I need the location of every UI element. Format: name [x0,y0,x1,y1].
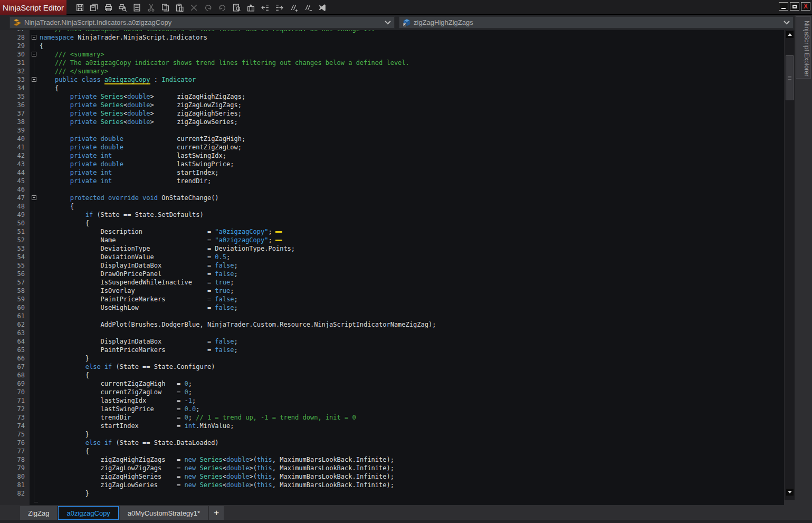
fold-toggle[interactable] [32,35,36,40]
code-text[interactable]: UseHighLow = false; [40,303,784,312]
code-line[interactable]: 59 PaintPriceMarkers = false; [0,295,784,303]
code-line[interactable]: 75 } [0,430,784,439]
tab-a0zigzagcopy[interactable]: a0zigzagCopy [58,506,118,520]
close-button[interactable]: X [801,2,810,11]
code-text[interactable]: private Series<double> zigZagHighSeries; [40,109,784,118]
code-line[interactable]: 80 zigZagHighSeries = new Series<double>… [0,472,784,481]
code-text[interactable]: Description = "a0zigzagCopy"; [40,227,784,236]
code-text[interactable] [40,185,784,194]
code-line[interactable]: 41 private double currentZigZagLow; [0,143,784,151]
fold-toggle[interactable] [32,52,36,56]
code-line[interactable]: 38 private Series<double> zigZagLowSerie… [0,118,784,126]
code-text[interactable]: /// The a0zigzagCopy indicator shows tre… [40,59,784,67]
ninjascript-explorer-tab[interactable]: NinjaScript Explorer [796,16,811,79]
code-line[interactable]: 67 else if (State == State.Configure) [0,363,784,371]
code-text[interactable] [40,126,784,135]
code-line[interactable]: 63 [0,329,784,337]
code-text[interactable]: DisplayInDataBox = false; [40,261,784,270]
code-text[interactable]: zigZagHighSeries = new Series<double>(th… [40,472,784,481]
code-line[interactable]: 76 else if (State == State.DataLoaded) [0,439,784,447]
code-text[interactable]: currentZigZagLow = 0; [40,388,784,396]
code-text[interactable]: PaintPriceMarkers = false; [40,346,784,354]
scope-dropdown[interactable]: NinjaTrader.NinjaScript.Indicators.a0zig… [9,16,395,28]
minimize-button[interactable] [779,2,788,11]
compile-button[interactable] [244,1,258,14]
fold-toggle[interactable] [32,195,36,200]
code-line[interactable]: 42 private int lastSwingIdx; [0,151,784,160]
code-text[interactable]: { [40,202,784,211]
code-text[interactable] [40,498,784,505]
paste-button[interactable] [173,1,187,14]
code-line[interactable]: 40 private double currentZigZagHigh; [0,135,784,143]
code-line[interactable]: 62 AddPlot(Brushes.DodgerBlue, NinjaTrad… [0,320,784,329]
code-line[interactable]: 36 private Series<double> zigZagLowZigZa… [0,101,784,109]
code-text[interactable]: private Series<double> zigZagLowSeries; [40,118,784,126]
tab-a0mycustomstrategy1-[interactable]: a0MyCustomStrategy1* [120,506,208,520]
code-text[interactable]: private int startIndex; [40,168,784,177]
code-line[interactable]: 32 /// </summary> [0,67,784,75]
code-line[interactable]: 31 /// The a0zigzagCopy indicator shows … [0,59,784,67]
code-line[interactable]: 58 IsOverlay = true; [0,287,784,295]
code-text[interactable]: DeviationValue = 0.5; [40,253,784,261]
save-all-button[interactable] [87,1,101,14]
code-line[interactable]: 55 DisplayInDataBox = false; [0,261,784,270]
code-text[interactable]: private double currentZigZagHigh; [40,135,784,143]
code-text[interactable]: Name = "a0zigzagCopy"; [40,236,784,244]
code-text[interactable]: else if (State == State.DataLoaded) [40,439,784,447]
code-line[interactable]: 66 } [0,354,784,363]
code-line[interactable]: 79 zigZagLowZigZags = new Series<double>… [0,464,784,472]
code-line[interactable]: 46 [0,185,784,194]
copy-button[interactable] [158,1,173,14]
code-line[interactable]: 53 DeviationType = DeviationType.Points; [0,244,784,253]
new-tab-button[interactable]: + [209,506,224,520]
code-line[interactable]: 57 IsSuspendedWhileInactive = true; [0,278,784,287]
code-text[interactable]: { [40,42,784,50]
code-line[interactable]: 56 DrawOnPricePanel = false; [0,270,784,278]
code-text[interactable] [40,312,784,320]
scroll-up-button[interactable] [786,31,794,38]
code-text[interactable]: AddPlot(Brushes.DodgerBlue, NinjaTrader.… [40,320,784,329]
code-text[interactable]: } [40,430,784,439]
fold-toggle[interactable] [32,77,36,82]
code-line[interactable]: 35 private Series<double> zigZagHighZigZ… [0,92,784,101]
print-preview-button[interactable] [116,1,130,14]
code-text[interactable]: { [40,84,784,92]
code-line[interactable]: 39 [0,126,784,135]
code-text[interactable]: PaintPriceMarkers = false; [40,295,784,303]
code-line[interactable]: 65 PaintPriceMarkers = false; [0,346,784,354]
code-line[interactable]: 68 { [0,371,784,379]
remove-button[interactable] [187,1,201,14]
code-text[interactable]: startIndex = int.MinValue; [40,422,784,430]
indent-button[interactable] [272,1,286,14]
code-text[interactable]: lastSwingPrice = 0.0; [40,405,784,413]
code-line[interactable]: 47 protected override void OnStateChange… [0,194,784,202]
code-text[interactable]: private double currentZigZagLow; [40,143,784,151]
code-line[interactable]: 70 currentZigZagLow = 0; [0,388,784,396]
code-text[interactable]: private Series<double> zigZagHighZigZags… [40,92,784,101]
code-text[interactable]: currentZigZagHigh = 0; [40,379,784,388]
code-text[interactable]: DrawOnPricePanel = false; [40,270,784,278]
code-text[interactable]: IsSuspendedWhileInactive = true; [40,278,784,287]
save-button[interactable] [73,1,87,14]
code-text[interactable]: public class a0zigzagCopy : Indicator [40,75,784,84]
code-line[interactable]: 30 /// <summary> [0,50,784,59]
code-line[interactable]: 78 zigZagHighZigZags = new Series<double… [0,455,784,464]
code-text[interactable]: lastSwingIdx = -1; [40,396,784,405]
code-line[interactable]: 69 currentZigZagHigh = 0; [0,379,784,388]
code-text[interactable] [40,329,784,337]
find-button[interactable] [230,1,244,14]
code-text[interactable]: /// </summary> [40,67,784,75]
code-text[interactable]: } [40,354,784,363]
code-line[interactable]: 72 lastSwingPrice = 0.0; [0,405,784,413]
code-line[interactable]: 61 [0,312,784,320]
scrollbar-thumb[interactable] [786,55,794,100]
code-line[interactable]: 34 { [0,84,784,92]
code-text[interactable]: private int trendDir; [40,177,784,185]
code-line[interactable]: 51 Description = "a0zigzagCopy"; [0,227,784,236]
code-line[interactable]: 37 private Series<double> zigZagHighSeri… [0,109,784,118]
script-file-button[interactable] [130,1,144,14]
code-line[interactable]: 33 public class a0zigzagCopy : Indicator [0,75,784,84]
vertical-scrollbar[interactable] [784,30,795,500]
code-line[interactable]: 28namespace NinjaTrader.NinjaScript.Indi… [0,33,784,42]
code-line[interactable]: 81 zigZagLowSeries = new Series<double>(… [0,481,784,489]
